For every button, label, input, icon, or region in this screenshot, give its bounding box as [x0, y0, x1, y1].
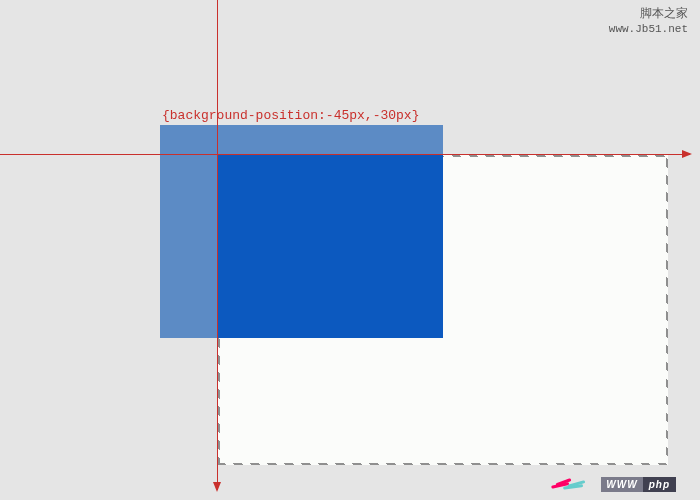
- x-axis: [0, 154, 690, 155]
- watermark-url: www.Jb51.net: [609, 22, 688, 36]
- y-axis: [217, 0, 218, 490]
- php-badge: WWW php: [541, 468, 676, 492]
- background-image-visible: [218, 155, 443, 338]
- watermark-title: 脚本之家: [609, 6, 688, 22]
- badge-www: WWW: [601, 477, 642, 492]
- source-watermark: 脚本之家 www.Jb51.net: [609, 6, 688, 36]
- badge-label: WWW php: [601, 477, 676, 492]
- css-annotation: {background-position:-45px,-30px}: [162, 108, 419, 123]
- wings-icon: [541, 468, 601, 492]
- badge-php: php: [643, 477, 676, 492]
